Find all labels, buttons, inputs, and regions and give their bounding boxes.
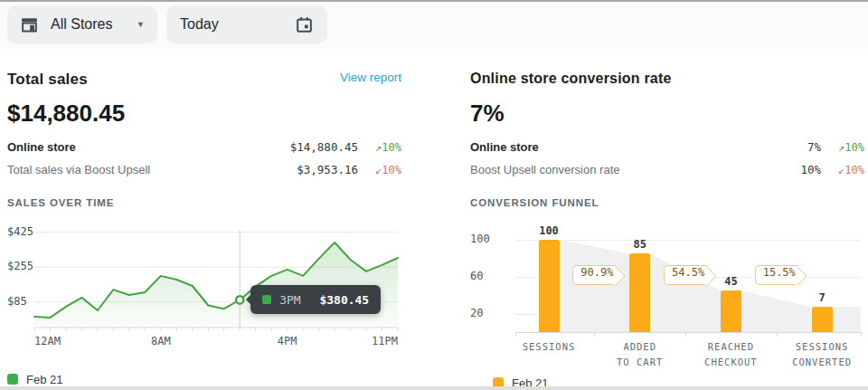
sales-line-chart[interactable]: 3PM $380.45 $425$255$8512AM8AM4PM11PM [7, 224, 401, 351]
trend-indicator: ↙10% [821, 164, 864, 176]
x-axis-tick [861, 332, 862, 337]
conversion-rate-badge: 15.5% [755, 265, 798, 285]
metric-label: Boost Upsell conversion rate [470, 163, 800, 176]
conversion-rate-amount: 7% [470, 100, 864, 127]
sales-line-chart-canvas [7, 224, 401, 333]
conversion-metric-rows: Online store 7% ↗10% Boost Upsell conver… [470, 136, 864, 181]
metric-label: Total sales via Boost Upsell [7, 163, 297, 176]
storefront-icon [20, 15, 39, 34]
y-axis-label: $85 [7, 295, 27, 308]
sales-over-time-heading: SALES OVER TIME [7, 197, 401, 210]
date-range-button[interactable]: Today [166, 5, 327, 43]
chevron-down-icon: ▼ [137, 20, 145, 29]
legend-label: Feb 21 [26, 373, 62, 386]
funnel-category-label: SESSIONS CONVERTED [772, 339, 868, 371]
metric-value: $3,953.16 [297, 163, 358, 176]
x-axis-tick [594, 332, 595, 337]
bar-value-label: 7 [818, 291, 825, 304]
conversion-funnel-heading: CONVERSION FUNNEL [470, 197, 864, 210]
x-axis-label: 12AM [34, 335, 61, 347]
metric-value: 10% [800, 163, 821, 176]
calendar-icon [295, 15, 314, 34]
metric-label: Online store [470, 140, 807, 154]
sales-metric-rows: Online store $14,880.45 ↗10% Total sales… [7, 136, 401, 181]
total-sales-amount: $14,880.45 [7, 100, 401, 127]
metric-row: Boost Upsell conversion rate 10% ↙10% [470, 158, 864, 181]
view-report-link[interactable]: View report [340, 71, 401, 84]
total-sales-card: Total sales View report $14,880.45 Onlin… [7, 49, 401, 385]
x-axis-tick [685, 332, 686, 337]
store-selector-label: All Stores [51, 16, 112, 33]
metric-row: Total sales via Boost Upsell $3,953.16 ↙… [7, 158, 401, 181]
metric-row: Online store $14,880.45 ↗10% [7, 136, 401, 158]
funnel-category-label: REACHED CHECKOUT [681, 339, 780, 371]
funnel-bar[interactable] [539, 240, 560, 332]
conversion-rate-badge: 90.9% [572, 265, 616, 285]
legend-swatch-green [7, 374, 18, 385]
total-sales-title: Total sales [7, 71, 88, 89]
trend-indicator: ↗10% [821, 141, 864, 154]
conversion-funnel-chart[interactable]: 1006020100SESSIONS85ADDED TO CART45REACH… [470, 221, 864, 369]
window-bottom-edge [0, 386, 868, 390]
tooltip-time: 3PM [279, 293, 300, 307]
y-axis-label: $425 [7, 225, 33, 238]
funnel-category-label: SESSIONS [499, 339, 599, 355]
bar-value-label: 45 [724, 275, 737, 288]
metric-value: $14,880.45 [290, 140, 358, 154]
trend-indicator: ↙10% [358, 164, 401, 176]
metric-label: Online store [7, 140, 290, 154]
x-axis-label: 11PM [372, 335, 398, 347]
y-axis-label: $255 [7, 260, 33, 272]
store-selector-button[interactable]: All Stores ▼ [7, 5, 157, 43]
x-axis [515, 332, 861, 333]
metric-value: 7% [807, 140, 821, 154]
x-axis-label: 4PM [278, 335, 297, 347]
funnel-bar[interactable] [721, 290, 741, 332]
metric-row: Online store 7% ↗10% [470, 136, 864, 158]
trend-indicator: ↗10% [358, 141, 401, 154]
trend-percent: 10% [382, 141, 401, 154]
funnel-bar[interactable] [812, 307, 833, 332]
conversion-rate-card: Online store conversion rate 7% Online s… [470, 49, 864, 389]
trend-percent: 10% [382, 164, 401, 176]
tooltip-series-swatch [262, 295, 271, 304]
x-axis-tick [777, 332, 778, 337]
chart-tooltip: 3PM $380.45 [250, 285, 381, 314]
sales-legend: Feb 21 [7, 373, 401, 385]
filter-toolbar: All Stores ▼ Today [0, 2, 868, 49]
date-range-label: Today [180, 16, 219, 33]
tooltip-value: $380.45 [319, 293, 369, 307]
funnel-category-label: ADDED TO CART [590, 339, 690, 371]
trend-percent: 10% [844, 141, 864, 154]
conversion-rate-badge: 54.5% [664, 265, 707, 285]
hover-point[interactable] [236, 296, 243, 303]
x-axis-tick [515, 332, 516, 337]
funnel-bar[interactable] [629, 253, 650, 332]
bar-value-label: 100 [539, 224, 559, 237]
trend-percent: 10% [844, 164, 864, 176]
x-axis-label: 8AM [151, 335, 171, 347]
bar-value-label: 85 [633, 238, 646, 251]
conversion-rate-title: Online store conversion rate [470, 71, 672, 87]
